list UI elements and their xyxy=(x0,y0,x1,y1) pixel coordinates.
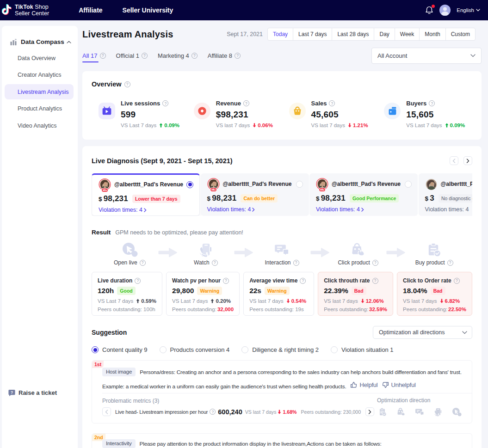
chevron-down-icon xyxy=(470,54,476,57)
chevron-up-icon[interactable] xyxy=(67,41,71,43)
interaction-icon xyxy=(272,241,291,259)
help-icon[interactable]: ? xyxy=(447,260,453,266)
nav-link-seller-university[interactable]: Seller University xyxy=(123,6,173,14)
help-icon[interactable]: ? xyxy=(300,278,306,284)
help-icon[interactable]: ? xyxy=(162,100,168,106)
host-account-name: @albertttt_Pad's Revenue xyxy=(441,181,473,187)
help-icon[interactable]: ? xyxy=(329,100,335,106)
sidebar-item-creator-analytics[interactable]: Creator Analytics xyxy=(5,68,74,83)
diagnosis-radio[interactable] xyxy=(296,181,303,188)
help-icon[interactable]: ? xyxy=(212,260,218,266)
help-icon[interactable]: ? xyxy=(135,278,141,284)
host-account-name: @albertttt_Pad's Revenue xyxy=(223,181,296,187)
language-selector[interactable]: English xyxy=(457,7,480,13)
range-button-custom[interactable]: Custom xyxy=(445,28,475,40)
user-avatar[interactable] xyxy=(439,5,451,16)
metric-next-button[interactable] xyxy=(365,407,374,416)
range-button-last-7-days[interactable]: Last 7 days xyxy=(293,28,332,40)
help-icon[interactable]: ? xyxy=(429,100,435,106)
raise-a-ticket-button[interactable]: ? Raise a ticket xyxy=(8,389,57,396)
thumbs-down-icon xyxy=(382,381,389,388)
diagnosis-card-3[interactable]: @albertttt_Pad's Revenue $98,231 Good Pe… xyxy=(309,173,418,216)
chevron-down-icon xyxy=(462,331,467,334)
main-content: Livestream Analysis Sept 17, 2021 Today … xyxy=(78,20,488,448)
sidebar-item-data-overview[interactable]: Data Overview xyxy=(5,50,74,66)
diagnosis-card-2[interactable]: @albertttt_Pad's Revenue $98,231 Can do … xyxy=(201,173,309,216)
metric-value: 15,605 xyxy=(406,110,465,120)
optimization-filter-select[interactable]: Optimization all directions xyxy=(373,326,472,339)
range-button-week[interactable]: Week xyxy=(395,28,419,40)
diagnosis-card-1[interactable]: @albertttt_Pad's Revenue $98,231 Lower t… xyxy=(92,173,200,216)
help-icon[interactable]: ? xyxy=(210,409,216,415)
performance-badge: Can do better xyxy=(241,194,278,203)
metric-value: 599 xyxy=(121,110,179,120)
tab-official[interactable]: Official 1? xyxy=(116,47,148,64)
overview-section: Overview? Live sessions? 599 VS Last 7 d… xyxy=(82,71,482,140)
help-icon[interactable]: ? xyxy=(372,278,378,284)
option-diligence-right-timing[interactable]: Diligence & right timing 2 xyxy=(241,346,319,353)
account-filter-select[interactable]: All Account xyxy=(371,48,482,64)
notifications-bell-icon[interactable] xyxy=(425,6,433,15)
sidebar-item-video-analytics[interactable]: Video Analytics xyxy=(5,118,74,133)
funnel-arrow-icon xyxy=(310,248,330,258)
click-product-icon xyxy=(349,241,367,259)
logo-text: TikTok Shop Seller Center xyxy=(15,4,49,17)
violation-times-link[interactable]: Violation times: 4 xyxy=(316,206,412,213)
funnel-step-open-live: Open live? xyxy=(92,241,168,268)
violation-times-link[interactable]: Violation times: 4 xyxy=(207,206,303,213)
nav-links: Affiliate Seller University xyxy=(79,6,173,14)
host-account-name: @albertttt_Pad's Revenue xyxy=(332,181,405,187)
violation-times-link[interactable]: Violation times: 4 xyxy=(99,207,193,213)
diagnosis-radio[interactable] xyxy=(405,181,412,188)
violation-times-label: Violation times: 4 xyxy=(425,206,473,213)
help-icon[interactable]: ? xyxy=(140,260,146,266)
option-violation-situation[interactable]: Violation situation 1 xyxy=(331,346,394,353)
overview-metric-sales: Sales? 45,605 VS last 7 days 1.21% xyxy=(282,100,377,128)
arrow-down-icon xyxy=(278,410,281,414)
help-icon[interactable]: ? xyxy=(293,260,299,266)
tiktok-shop-logo[interactable]: TikTok Shop Seller Center xyxy=(2,4,49,17)
buy-product-icon xyxy=(377,407,388,417)
unhelpful-button[interactable]: Unhelpful xyxy=(382,379,416,391)
option-products-conversion[interactable]: Products conversion 4 xyxy=(160,346,230,353)
arrow-up-icon xyxy=(159,123,163,128)
sidebar: Data Compass Data Overview Creator Analy… xyxy=(2,26,78,448)
category-pill: Host image xyxy=(102,368,136,376)
sidebar-section-data-compass[interactable]: Data Compass xyxy=(2,26,78,45)
arrow-down-icon xyxy=(440,299,444,303)
helpful-button[interactable]: Helpful xyxy=(350,379,377,391)
help-icon[interactable]: ? xyxy=(372,260,378,266)
sales-icon xyxy=(289,103,306,119)
sidebar-item-livestream-analysis[interactable]: Livestream Analysis xyxy=(5,84,74,99)
diagnosis-radio-selected[interactable] xyxy=(186,181,193,188)
top-navbar: TikTok Shop Seller Center Affiliate Sell… xyxy=(0,0,488,20)
diagnosis-card-4[interactable]: @albertttt_Pad's Revenue $3 No diagnosti… xyxy=(419,173,473,216)
radio xyxy=(331,346,338,353)
option-content-quality[interactable]: Content quality 9 xyxy=(92,346,148,353)
metric-card-average-view-time: Average view time? 22sWarning VS last 7 … xyxy=(243,272,314,316)
tab-all[interactable]: All 17? xyxy=(82,47,106,64)
help-icon[interactable]: ? xyxy=(454,278,460,284)
metric-prev-button[interactable] xyxy=(102,407,111,416)
range-button-month[interactable]: Month xyxy=(419,28,445,40)
buy-product-icon xyxy=(425,241,444,259)
diagnosis-prev-button[interactable] xyxy=(450,156,458,165)
nav-link-affiliate[interactable]: Affiliate xyxy=(79,6,102,14)
help-icon[interactable]: ? xyxy=(124,81,130,87)
help-icon[interactable]: ? xyxy=(223,278,229,284)
range-button-today[interactable]: Today xyxy=(268,28,293,40)
optimization-filter-value: Optimization all directions xyxy=(379,329,445,336)
app-layout: Data Compass Data Overview Creator Analy… xyxy=(0,20,488,448)
metric-card-live-duration: Live duration? 120hGood VS Last 7 days 0… xyxy=(92,272,162,316)
range-button-day[interactable]: Day xyxy=(374,28,394,40)
diagnosis-next-button[interactable] xyxy=(463,156,472,165)
tab-affiliate[interactable]: Affiliate 8? xyxy=(208,47,241,64)
sidebar-item-product-analytics[interactable]: Product Analytics xyxy=(5,101,74,117)
range-button-last-28-days[interactable]: Last 28 days xyxy=(332,28,374,40)
account-tabs: All 17? Official 1? Marketing 4? Affilia… xyxy=(82,47,482,64)
tiktok-note-icon xyxy=(2,4,13,17)
tab-marketing[interactable]: Marketing 4? xyxy=(158,47,198,64)
help-icon[interactable]: ? xyxy=(243,100,249,106)
problematic-metric-name: Live head- Livestream impression per hou… xyxy=(115,409,208,415)
overview-metric-live-sessions: Live sessions? 599 VS Last 7 days 0.09% xyxy=(92,100,187,128)
